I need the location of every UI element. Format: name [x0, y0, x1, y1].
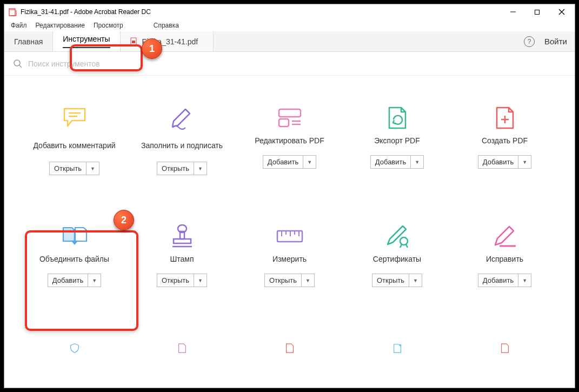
sparkle-page-icon — [387, 343, 408, 354]
menu-view[interactable]: Просмотр — [91, 22, 125, 29]
tool-export-pdf-label: Экспорт PDF — [374, 136, 420, 145]
tool-comment-label: Добавить комментарий — [33, 136, 115, 155]
tool-redact-button[interactable]: Добавить▼ — [478, 274, 531, 287]
tool-edit-pdf-button[interactable]: Добавить▼ — [263, 155, 316, 169]
svg-rect-11 — [279, 109, 301, 117]
minimize-button[interactable] — [501, 4, 525, 19]
tool-export-pdf[interactable]: Экспорт PDF Добавить▼ — [343, 105, 451, 175]
tool-stamp-button[interactable]: Открыть▼ — [157, 274, 207, 287]
tools-scroll-area[interactable]: Добавить комментарий Открыть▼ Заполнить … — [4, 76, 575, 388]
redact-icon — [492, 224, 518, 248]
tool-create-pdf[interactable]: Создать PDF Добавить▼ — [451, 105, 558, 175]
stamp-icon — [170, 224, 194, 249]
tool-fill-sign-label: Заполнить и подписать — [141, 136, 223, 155]
svg-line-8 — [19, 65, 22, 68]
tool-certificates[interactable]: Сертификаты Открыть▼ — [343, 224, 451, 287]
tool-comment[interactable]: Добавить комментарий Открыть▼ — [21, 105, 128, 175]
window-title: Fizika_31-41.pdf - Adobe Acrobat Reader … — [21, 8, 151, 16]
svg-point-27 — [400, 237, 408, 245]
close-button[interactable] — [549, 4, 574, 19]
page-icon-3 — [495, 343, 515, 354]
menu-edit[interactable]: Редактирование — [34, 22, 87, 29]
page-icon — [172, 343, 192, 354]
export-pdf-icon — [386, 105, 409, 130]
tool-edit-pdf[interactable]: Редактировать PDF Добавить▼ — [236, 105, 343, 175]
certificates-icon — [384, 224, 410, 249]
menu-file[interactable]: Файл — [9, 22, 29, 29]
combine-files-icon — [61, 224, 88, 248]
tool-row3-2[interactable] — [128, 336, 236, 366]
login-button[interactable]: Войти — [544, 37, 567, 46]
tab-home[interactable]: Главная — [4, 31, 53, 51]
tool-export-pdf-button[interactable]: Добавить▼ — [370, 155, 424, 169]
tool-comment-button[interactable]: Открыть▼ — [49, 162, 99, 175]
tool-combine-button[interactable]: Добавить▼ — [48, 274, 101, 287]
tool-measure[interactable]: Измерить Открыть▼ — [236, 224, 343, 287]
tool-combine[interactable]: Объединить файлы Добавить▼ — [21, 224, 128, 287]
tool-stamp-label: Штамп — [170, 254, 194, 264]
tool-row3-5[interactable] — [451, 336, 558, 366]
pdf-icon — [130, 37, 138, 46]
search-bar — [4, 52, 575, 76]
tab-bar: Главная Инструменты Fizika_31-41.pdf ? В… — [4, 31, 575, 52]
svg-rect-2 — [535, 10, 540, 14]
comment-icon — [62, 107, 87, 129]
annotation-badge-1: 1 — [142, 38, 162, 59]
tool-stamp[interactable]: Штамп Открыть▼ — [128, 224, 236, 287]
menu-help[interactable]: Справка — [151, 22, 181, 29]
tool-edit-pdf-label: Редактировать PDF — [255, 136, 324, 145]
search-icon — [13, 59, 23, 69]
tab-document[interactable]: Fizika_31-41.pdf — [121, 31, 214, 51]
maximize-button[interactable] — [525, 4, 549, 19]
tool-create-pdf-label: Создать PDF — [482, 136, 528, 145]
tool-fill-sign[interactable]: Заполнить и подписать Открыть▼ — [128, 105, 236, 175]
tool-certificates-button[interactable]: Открыть▼ — [372, 274, 422, 287]
svg-rect-12 — [279, 119, 289, 127]
tab-tools[interactable]: Инструменты — [53, 31, 120, 51]
menu-bar: Файл Редактирование Просмотр xxxx Справк… — [4, 19, 575, 31]
tool-combine-label: Объединить файлы — [39, 254, 109, 264]
svg-point-7 — [14, 60, 20, 66]
help-icon[interactable]: ? — [524, 36, 535, 47]
adobe-reader-icon — [9, 8, 17, 16]
shield-icon — [64, 343, 85, 354]
tool-redact[interactable]: Исправить Добавить▼ — [451, 224, 558, 287]
tool-measure-label: Измерить — [272, 254, 307, 264]
tool-row3-4[interactable] — [343, 336, 451, 366]
edit-pdf-icon — [277, 107, 303, 129]
svg-rect-6 — [132, 41, 135, 43]
search-input[interactable] — [28, 59, 566, 68]
tool-fill-sign-button[interactable]: Открыть▼ — [157, 162, 207, 175]
tool-redact-label: Исправить — [486, 254, 523, 264]
tool-measure-button[interactable]: Открыть▼ — [264, 274, 315, 287]
title-bar: Fizika_31-41.pdf - Adobe Acrobat Reader … — [4, 4, 575, 19]
tool-row3-1[interactable] — [21, 336, 128, 366]
create-pdf-icon — [494, 105, 516, 130]
app-window: Fizika_31-41.pdf - Adobe Acrobat Reader … — [4, 4, 575, 388]
tool-certificates-label: Сертификаты — [373, 254, 421, 264]
page-icon-2 — [280, 343, 300, 354]
measure-icon — [276, 229, 304, 244]
content-wrap: Добавить комментарий Открыть▼ Заполнить … — [4, 76, 575, 388]
tool-create-pdf-button[interactable]: Добавить▼ — [478, 155, 531, 169]
tool-row3-3[interactable] — [236, 336, 343, 366]
tools-grid: Добавить комментарий Открыть▼ Заполнить … — [4, 76, 575, 388]
annotation-badge-2: 2 — [114, 210, 134, 230]
svg-rect-19 — [174, 239, 191, 243]
fill-sign-icon — [169, 106, 195, 130]
